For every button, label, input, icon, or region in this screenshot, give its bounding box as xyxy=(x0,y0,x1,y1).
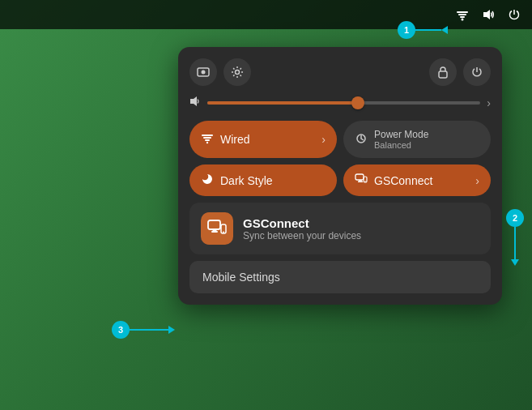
dark-style-icon xyxy=(201,173,214,188)
gsconnect-label: GSConnect xyxy=(374,174,432,187)
gsconnect-logo xyxy=(201,212,233,245)
svg-point-7 xyxy=(236,70,240,75)
wired-chevron: › xyxy=(321,133,326,146)
wired-label: Wired xyxy=(220,133,250,146)
panel-top-left xyxy=(189,58,251,86)
panel-power-button[interactable] xyxy=(463,58,491,86)
panel-top-right xyxy=(429,58,491,86)
mobile-settings-label: Mobile Settings xyxy=(202,271,280,284)
dark-style-label: Dark Style xyxy=(220,174,273,187)
power-mode-icon xyxy=(355,132,368,147)
svg-rect-16 xyxy=(359,180,362,182)
power-mode-title: Power Mode xyxy=(374,129,428,140)
power-mode-value: Balanced xyxy=(374,140,428,150)
screenshot-button[interactable] xyxy=(189,58,217,86)
lock-button[interactable] xyxy=(429,58,457,86)
power-topbar-icon[interactable] xyxy=(503,3,526,26)
topbar xyxy=(0,0,532,29)
svg-rect-2 xyxy=(460,16,465,18)
svg-rect-10 xyxy=(202,135,213,136)
svg-rect-11 xyxy=(203,137,211,139)
power-mode-button[interactable]: Power Mode Balanced xyxy=(343,121,491,158)
svg-rect-17 xyxy=(358,182,363,183)
svg-marker-9 xyxy=(190,96,197,106)
quick-row-2: Dark Style GSConnect › xyxy=(189,164,491,196)
gsconnect-chevron: › xyxy=(475,174,479,187)
gsconnect-title: GSConnect xyxy=(243,216,361,230)
volume-slider[interactable] xyxy=(207,101,480,105)
svg-rect-22 xyxy=(211,231,218,233)
network-topbar-icon[interactable] xyxy=(451,3,474,26)
svg-rect-0 xyxy=(457,11,468,13)
wired-button[interactable]: Wired › xyxy=(189,121,337,158)
svg-rect-20 xyxy=(208,220,220,229)
gsconnect-panel: GSConnect Sync between your devices xyxy=(189,203,491,254)
quick-settings-panel: › Wired › Power Mo xyxy=(178,47,502,305)
svg-point-13 xyxy=(206,141,208,143)
wired-icon xyxy=(201,133,214,147)
gsconnect-icon xyxy=(355,173,368,187)
svg-rect-12 xyxy=(205,139,210,141)
volume-expand-button[interactable]: › xyxy=(487,96,491,109)
svg-marker-4 xyxy=(483,10,490,19)
svg-rect-15 xyxy=(355,174,364,180)
dark-style-button[interactable]: Dark Style xyxy=(189,164,337,196)
volume-row: › xyxy=(189,96,491,109)
power-mode-text: Power Mode Balanced xyxy=(374,129,428,150)
volume-icon xyxy=(189,96,201,109)
svg-rect-21 xyxy=(213,229,217,231)
settings-button[interactable] xyxy=(223,58,251,86)
gsconnect-info: GSConnect Sync between your devices xyxy=(243,216,361,241)
svg-point-3 xyxy=(462,19,464,21)
svg-point-24 xyxy=(223,232,224,233)
volume-topbar-icon[interactable] xyxy=(477,3,500,26)
quick-row-1: Wired › Power Mode Balanced xyxy=(189,121,491,158)
gsconnect-toggle-button[interactable]: GSConnect › xyxy=(343,164,491,196)
mobile-settings-button[interactable]: Mobile Settings xyxy=(189,261,491,293)
gsconnect-subtitle: Sync between your devices xyxy=(243,230,361,241)
panel-top-row xyxy=(189,58,491,86)
svg-point-6 xyxy=(202,70,206,75)
svg-rect-1 xyxy=(458,14,466,15)
svg-rect-8 xyxy=(439,71,447,78)
svg-point-19 xyxy=(364,181,366,182)
